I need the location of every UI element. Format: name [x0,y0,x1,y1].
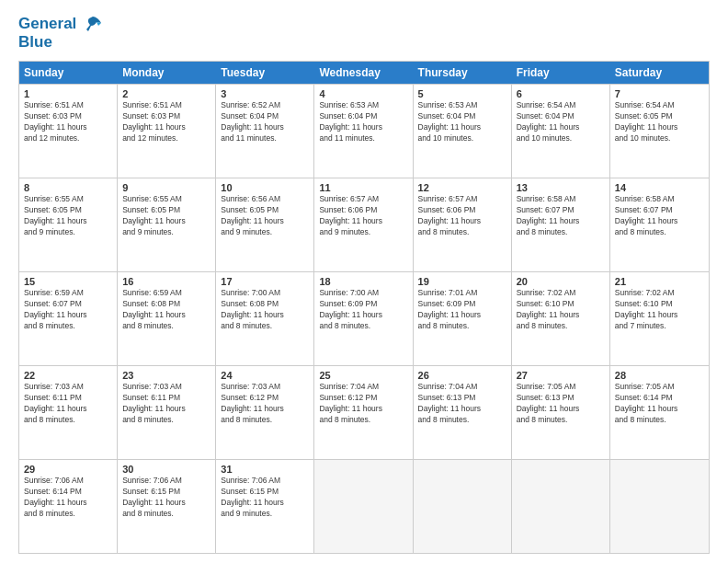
day-cell-5: 5Sunrise: 6:53 AM Sunset: 6:04 PM Daylig… [414,85,512,178]
day-cell-24: 24Sunrise: 7:03 AM Sunset: 6:12 PM Dayli… [216,366,314,459]
day-cell-23: 23Sunrise: 7:03 AM Sunset: 6:11 PM Dayli… [118,366,216,459]
day-cell-28: 28Sunrise: 7:05 AM Sunset: 6:14 PM Dayli… [610,366,709,459]
day-number: 18 [319,276,407,287]
day-cell-8: 8Sunrise: 6:55 AM Sunset: 6:05 PM Daylig… [19,178,118,271]
weekday-header-thursday: Thursday [414,62,512,84]
empty-cell [314,460,413,553]
calendar-row-1: 1Sunrise: 6:51 AM Sunset: 6:03 PM Daylig… [19,84,709,178]
day-cell-27: 27Sunrise: 7:05 AM Sunset: 6:13 PM Dayli… [512,366,610,459]
day-cell-2: 2Sunrise: 6:51 AM Sunset: 6:03 PM Daylig… [118,85,216,178]
day-cell-29: 29Sunrise: 7:06 AM Sunset: 6:14 PM Dayli… [19,460,118,553]
day-number: 14 [615,182,704,193]
calendar-row-3: 15Sunrise: 6:59 AM Sunset: 6:07 PM Dayli… [19,271,709,365]
day-number: 6 [517,88,605,99]
day-number: 9 [122,182,210,193]
day-number: 4 [319,88,407,99]
weekday-header-saturday: Saturday [610,62,709,84]
day-info: Sunrise: 7:03 AM Sunset: 6:11 PM Dayligh… [24,382,112,426]
day-cell-4: 4Sunrise: 6:53 AM Sunset: 6:04 PM Daylig… [314,85,413,178]
day-cell-12: 12Sunrise: 6:57 AM Sunset: 6:06 PM Dayli… [414,178,512,271]
empty-cell [512,460,610,553]
calendar-body: 1Sunrise: 6:51 AM Sunset: 6:03 PM Daylig… [19,84,709,553]
day-cell-9: 9Sunrise: 6:55 AM Sunset: 6:05 PM Daylig… [118,178,216,271]
calendar-row-5: 29Sunrise: 7:06 AM Sunset: 6:14 PM Dayli… [19,459,709,553]
day-number: 2 [122,88,210,99]
day-cell-17: 17Sunrise: 7:00 AM Sunset: 6:08 PM Dayli… [216,272,314,365]
day-info: Sunrise: 7:06 AM Sunset: 6:14 PM Dayligh… [24,476,112,520]
day-info: Sunrise: 7:02 AM Sunset: 6:10 PM Dayligh… [615,288,704,332]
day-number: 21 [615,276,704,287]
day-cell-31: 31Sunrise: 7:06 AM Sunset: 6:15 PM Dayli… [216,460,314,553]
day-number: 27 [517,370,605,381]
day-info: Sunrise: 6:55 AM Sunset: 6:05 PM Dayligh… [122,194,210,238]
day-cell-20: 20Sunrise: 7:02 AM Sunset: 6:10 PM Dayli… [512,272,610,365]
day-number: 19 [418,276,506,287]
day-info: Sunrise: 7:04 AM Sunset: 6:12 PM Dayligh… [319,382,407,426]
day-info: Sunrise: 7:01 AM Sunset: 6:09 PM Dayligh… [418,288,506,332]
calendar-header: SundayMondayTuesdayWednesdayThursdayFrid… [19,62,709,84]
day-cell-1: 1Sunrise: 6:51 AM Sunset: 6:03 PM Daylig… [19,85,118,178]
day-cell-13: 13Sunrise: 6:58 AM Sunset: 6:07 PM Dayli… [512,178,610,271]
day-info: Sunrise: 7:00 AM Sunset: 6:09 PM Dayligh… [319,288,407,332]
day-info: Sunrise: 7:05 AM Sunset: 6:13 PM Dayligh… [517,382,605,426]
day-number: 10 [221,182,309,193]
day-info: Sunrise: 6:51 AM Sunset: 6:03 PM Dayligh… [122,100,210,144]
day-info: Sunrise: 7:03 AM Sunset: 6:12 PM Dayligh… [221,382,309,426]
weekday-header-monday: Monday [118,62,216,84]
calendar: SundayMondayTuesdayWednesdayThursdayFrid… [18,61,710,554]
day-number: 16 [122,276,210,287]
day-number: 25 [319,370,407,381]
day-number: 3 [221,88,309,99]
weekday-header-wednesday: Wednesday [314,62,413,84]
day-number: 11 [319,182,407,193]
logo-general: General [18,15,76,32]
day-cell-14: 14Sunrise: 6:58 AM Sunset: 6:07 PM Dayli… [610,178,709,271]
day-info: Sunrise: 6:57 AM Sunset: 6:06 PM Dayligh… [418,194,506,238]
day-info: Sunrise: 6:59 AM Sunset: 6:07 PM Dayligh… [24,288,112,332]
day-number: 17 [221,276,309,287]
day-cell-6: 6Sunrise: 6:54 AM Sunset: 6:04 PM Daylig… [512,85,610,178]
day-number: 8 [24,182,112,193]
weekday-header-friday: Friday [512,62,610,84]
logo-bird-icon [83,15,103,35]
day-info: Sunrise: 6:52 AM Sunset: 6:04 PM Dayligh… [221,100,309,144]
day-info: Sunrise: 7:06 AM Sunset: 6:15 PM Dayligh… [122,476,210,520]
day-cell-26: 26Sunrise: 7:04 AM Sunset: 6:13 PM Dayli… [414,366,512,459]
weekday-header-tuesday: Tuesday [216,62,314,84]
weekday-header-sunday: Sunday [19,62,118,84]
day-info: Sunrise: 6:53 AM Sunset: 6:04 PM Dayligh… [418,100,506,144]
day-cell-25: 25Sunrise: 7:04 AM Sunset: 6:12 PM Dayli… [314,366,413,459]
day-info: Sunrise: 7:00 AM Sunset: 6:08 PM Dayligh… [221,288,309,332]
day-info: Sunrise: 7:02 AM Sunset: 6:10 PM Dayligh… [517,288,605,332]
logo: General Blue [18,15,103,52]
day-number: 1 [24,88,112,99]
day-info: Sunrise: 6:59 AM Sunset: 6:08 PM Dayligh… [122,288,210,332]
logo-blue: Blue [18,33,103,52]
day-cell-7: 7Sunrise: 6:54 AM Sunset: 6:05 PM Daylig… [610,85,709,178]
day-number: 24 [221,370,309,381]
page: General Blue SundayMondayTuesdayWednesda… [0,0,728,563]
day-cell-21: 21Sunrise: 7:02 AM Sunset: 6:10 PM Dayli… [610,272,709,365]
empty-cell [414,460,512,553]
day-info: Sunrise: 6:57 AM Sunset: 6:06 PM Dayligh… [319,194,407,238]
day-cell-16: 16Sunrise: 6:59 AM Sunset: 6:08 PM Dayli… [118,272,216,365]
day-info: Sunrise: 6:53 AM Sunset: 6:04 PM Dayligh… [319,100,407,144]
day-number: 29 [24,464,112,475]
day-info: Sunrise: 6:54 AM Sunset: 6:05 PM Dayligh… [615,100,704,144]
day-cell-15: 15Sunrise: 6:59 AM Sunset: 6:07 PM Dayli… [19,272,118,365]
day-cell-22: 22Sunrise: 7:03 AM Sunset: 6:11 PM Dayli… [19,366,118,459]
day-info: Sunrise: 7:06 AM Sunset: 6:15 PM Dayligh… [221,476,309,520]
day-number: 22 [24,370,112,381]
day-cell-18: 18Sunrise: 7:00 AM Sunset: 6:09 PM Dayli… [314,272,413,365]
day-info: Sunrise: 7:04 AM Sunset: 6:13 PM Dayligh… [418,382,506,426]
day-cell-19: 19Sunrise: 7:01 AM Sunset: 6:09 PM Dayli… [414,272,512,365]
day-number: 15 [24,276,112,287]
day-number: 5 [418,88,506,99]
day-info: Sunrise: 7:03 AM Sunset: 6:11 PM Dayligh… [122,382,210,426]
day-number: 23 [122,370,210,381]
day-number: 7 [615,88,704,99]
day-info: Sunrise: 7:05 AM Sunset: 6:14 PM Dayligh… [615,382,704,426]
day-cell-3: 3Sunrise: 6:52 AM Sunset: 6:04 PM Daylig… [216,85,314,178]
day-number: 20 [517,276,605,287]
calendar-row-4: 22Sunrise: 7:03 AM Sunset: 6:11 PM Dayli… [19,365,709,459]
